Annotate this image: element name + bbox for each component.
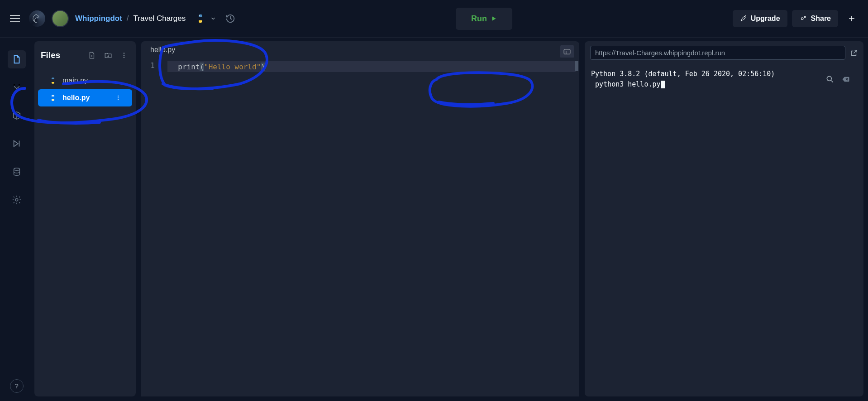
share-label: Share	[811, 14, 831, 23]
dock-database[interactable]	[8, 163, 26, 181]
svg-point-12	[118, 96, 119, 97]
new-folder-button[interactable]	[102, 49, 114, 61]
editor-panel: hello.py 1 print ( "Hello world" )	[141, 41, 579, 396]
svg-point-4	[14, 84, 15, 86]
token-function: print	[178, 63, 200, 71]
header-center: Run	[235, 8, 732, 30]
dock-packages[interactable]	[8, 106, 26, 125]
python-icon	[49, 94, 57, 102]
kebab-icon	[120, 52, 128, 59]
layout-icon	[563, 48, 571, 56]
svg-point-7	[14, 168, 20, 171]
replit-logo[interactable]	[29, 10, 45, 27]
new-folder-icon	[104, 51, 112, 59]
play-icon	[491, 15, 497, 22]
file-list: main.py hello.py	[34, 69, 136, 109]
editor-tab[interactable]: hello.py	[141, 41, 184, 58]
console-prompt-line: python3 hello.py	[591, 79, 819, 90]
console-panel: Python 3.8.2 (default, Feb 26 2020, 02:5…	[585, 41, 863, 396]
token-paren-close: )	[261, 63, 265, 71]
plus-icon	[847, 14, 856, 23]
side-dock: ?	[5, 41, 29, 396]
app-header: Whippingdot / Travel Charges Run Upgrade…	[0, 0, 868, 38]
open-external-button[interactable]	[850, 49, 858, 57]
dock-settings[interactable]	[8, 191, 26, 209]
header-right: Upgrade Share	[733, 10, 861, 28]
editor-tabs: hello.py	[141, 41, 579, 58]
database-icon	[12, 167, 22, 177]
gear-icon	[12, 195, 22, 205]
help-button[interactable]: ?	[10, 379, 24, 393]
main-area: ? Files main.py hello.py	[0, 38, 868, 401]
language-selector[interactable]	[196, 14, 216, 24]
editor-cursor	[575, 61, 578, 71]
svg-point-5	[19, 84, 20, 86]
kebab-icon	[115, 95, 121, 101]
svg-point-6	[16, 89, 18, 91]
external-link-icon	[850, 49, 858, 57]
svg-point-1	[201, 21, 202, 22]
python-icon	[196, 14, 205, 24]
breadcrumb: Whippingdot / Travel Charges	[75, 14, 186, 23]
layout-toggle[interactable]	[560, 45, 574, 58]
share-button[interactable]: Share	[792, 10, 838, 27]
code-line: print ( "Hello world" )	[167, 61, 576, 72]
breadcrumb-user[interactable]: Whippingdot	[75, 14, 122, 23]
editor-body[interactable]: 1 print ( "Hello world" )	[141, 58, 579, 396]
files-title: Files	[41, 50, 81, 60]
user-avatar[interactable]	[52, 10, 69, 27]
svg-rect-15	[564, 49, 570, 54]
files-panel: Files main.py hello.py	[34, 41, 136, 396]
code-area[interactable]: print ( "Hello world" )	[164, 58, 579, 396]
question-icon: ?	[15, 382, 19, 390]
console-clear-button[interactable]	[841, 75, 851, 83]
svg-point-8	[15, 198, 18, 201]
svg-point-13	[118, 97, 119, 98]
console-output[interactable]: Python 3.8.2 (default, Feb 26 2020, 02:5…	[585, 64, 863, 396]
dock-version-control[interactable]	[8, 78, 26, 97]
history-icon[interactable]	[225, 14, 235, 24]
cube-icon	[12, 111, 22, 121]
svg-point-16	[827, 76, 831, 81]
line-gutter: 1	[141, 58, 164, 396]
line-number: 1	[141, 61, 164, 70]
file-item-main[interactable]: main.py	[38, 72, 132, 89]
new-file-icon	[88, 51, 96, 59]
breadcrumb-separator: /	[127, 14, 129, 23]
file-icon	[12, 54, 22, 64]
chevron-down-icon	[210, 15, 216, 22]
file-item-menu[interactable]	[115, 95, 121, 101]
run-label: Run	[471, 14, 487, 24]
file-name: main.py	[62, 77, 88, 85]
terminal-cursor	[661, 81, 665, 88]
search-icon	[825, 75, 835, 84]
token-paren-open: (	[200, 63, 204, 71]
dock-debugger[interactable]	[8, 135, 26, 153]
upgrade-label: Upgrade	[751, 14, 780, 23]
console-search-button[interactable]	[825, 75, 835, 84]
svg-point-2	[801, 18, 803, 20]
repl-url-input[interactable]	[590, 46, 845, 60]
python-icon	[49, 77, 57, 85]
new-file-button[interactable]	[86, 49, 98, 61]
branch-icon	[12, 82, 22, 92]
dock-files[interactable]	[8, 50, 26, 68]
file-name: hello.py	[62, 94, 90, 102]
header-left: Whippingdot / Travel Charges	[7, 10, 235, 27]
rocket-icon	[740, 15, 747, 22]
menu-button[interactable]	[7, 12, 23, 25]
share-icon	[799, 14, 807, 23]
breadcrumb-project[interactable]: Travel Charges	[134, 14, 186, 23]
console-command: python3 hello.py	[591, 80, 661, 88]
svg-point-14	[118, 99, 119, 100]
console-tools	[819, 69, 857, 89]
svg-point-0	[199, 15, 200, 16]
upgrade-button[interactable]: Upgrade	[733, 10, 787, 27]
files-menu-button[interactable]	[119, 50, 129, 61]
run-button[interactable]: Run	[456, 8, 512, 30]
console-line: Python 3.8.2 (default, Feb 26 2020, 02:5…	[591, 69, 819, 79]
add-button[interactable]	[843, 10, 861, 28]
console-url-bar	[585, 41, 863, 64]
file-item-hello[interactable]: hello.py	[38, 89, 132, 106]
backspace-icon	[841, 75, 851, 83]
